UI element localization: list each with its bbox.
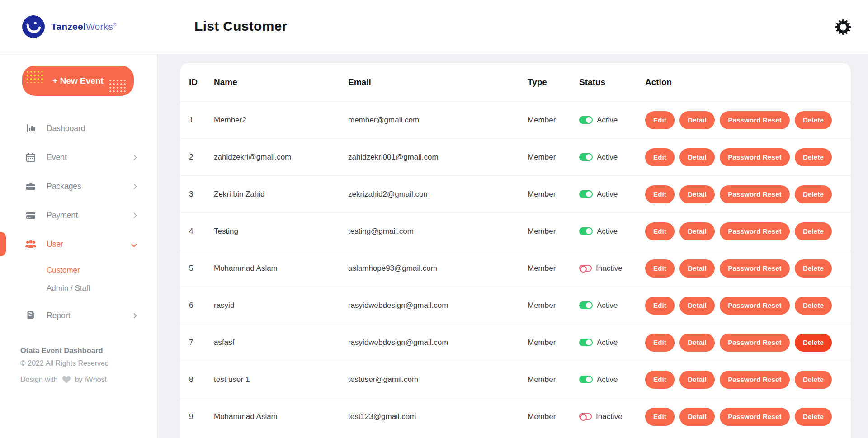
table-row: 8 test user 1 testuser@gamil.com Member … [180,361,851,398]
column-header-id: ID [189,77,214,87]
cell-type: Member [528,412,579,421]
detail-button[interactable]: Detail [679,334,715,352]
cell-status: Active [579,153,645,162]
cell-type: Member [528,301,579,310]
sidebar-item-payment[interactable]: Payment [0,201,157,230]
edit-button[interactable]: Edit [645,185,675,203]
sidebar-item-dashboard[interactable]: Dashboard [0,114,157,143]
sidebar-item-event[interactable]: Event [0,143,157,172]
cell-name: rasyid [214,301,348,310]
toggle-off-icon [579,413,592,420]
delete-button[interactable]: Delete [795,148,832,166]
password-reset-button[interactable]: Password Reset [720,259,790,278]
delete-button[interactable]: Delete [795,185,832,203]
row-actions: EditDetailPassword ResetDelete [645,259,851,278]
cell-email: rasyidwebdesign@gmail.com [348,301,528,310]
status-label: Active [597,227,618,236]
chevron-right-icon [131,313,137,319]
chevron-right-icon [131,184,137,189]
detail-button[interactable]: Detail [679,259,715,278]
cell-id: 2 [189,153,214,162]
detail-button[interactable]: Detail [679,222,715,240]
heart-icon [62,376,71,384]
detail-button[interactable]: Detail [679,371,715,389]
cell-id: 8 [189,375,214,384]
cell-type: Member [528,227,579,236]
password-reset-button[interactable]: Password Reset [720,334,790,352]
cell-id: 3 [189,190,214,199]
credit-card-icon [25,210,37,221]
sidebar-subitem-admin-staff[interactable]: Admin / Staff [0,279,157,297]
cell-email: rasyidwebdesign@gmail.com [348,338,528,347]
delete-button[interactable]: Delete [795,297,832,315]
sidebar-subitem-customer[interactable]: Customer [0,261,157,279]
user-submenu: Customer Admin / Staff [0,261,157,297]
detail-button[interactable]: Detail [679,408,715,426]
cell-status: Active [579,190,645,199]
brand-name-light: Works [86,21,113,32]
brand-name: TanzeelWorks® [51,21,117,32]
sidebar-item-user[interactable]: User [0,230,157,259]
password-reset-button[interactable]: Password Reset [720,185,790,203]
cell-email: member@gmail.com [348,116,528,125]
status-label: Inactive [596,412,623,421]
cell-name: Zekri bin Zahid [214,190,348,199]
status-label: Active [597,116,618,125]
edit-button[interactable]: Edit [645,111,675,129]
table-row: 6 rasyid rasyidwebdesign@gmail.com Membe… [180,287,851,324]
cell-type: Member [528,264,579,273]
status-label: Active [597,153,618,162]
delete-button[interactable]: Delete [795,371,832,389]
toggle-off-icon [579,265,592,272]
password-reset-button[interactable]: Password Reset [720,297,790,315]
cell-id: 5 [189,264,214,273]
delete-button[interactable]: Delete [795,222,832,240]
cell-id: 7 [189,338,214,347]
edit-button[interactable]: Edit [645,408,675,426]
password-reset-button[interactable]: Password Reset [720,148,790,166]
delete-button[interactable]: Delete [795,334,832,352]
chevron-right-icon [131,212,137,218]
delete-button[interactable]: Delete [795,259,832,278]
cell-email: aslamhope93@gmail.com [348,264,528,273]
edit-button[interactable]: Edit [645,259,675,278]
toggle-on-icon [579,339,593,346]
detail-button[interactable]: Detail [679,185,715,203]
cell-type: Member [528,190,579,199]
cell-type: Member [528,153,579,162]
detail-button[interactable]: Detail [679,111,715,129]
edit-button[interactable]: Edit [645,371,675,389]
settings-button[interactable] [835,19,852,36]
cell-name: test user 1 [214,375,348,384]
sidebar-item-label: User [47,240,63,249]
password-reset-button[interactable]: Password Reset [720,408,790,426]
edit-button[interactable]: Edit [645,148,675,166]
cell-type: Member [528,116,579,125]
briefcase-icon [25,181,37,192]
row-actions: EditDetailPassword ResetDelete [645,222,851,240]
password-reset-button[interactable]: Password Reset [720,111,790,129]
password-reset-button[interactable]: Password Reset [720,371,790,389]
footer-credit-suffix: by iWhost [75,376,107,384]
detail-button[interactable]: Detail [679,297,715,315]
sidebar-item-packages[interactable]: Packages [0,172,157,201]
cell-name: Mohammad Aslam [214,412,348,421]
edit-button[interactable]: Edit [645,334,675,352]
footer-credit-prefix: Design with [20,376,58,384]
row-actions: EditDetailPassword ResetDelete [645,408,851,426]
new-event-button[interactable]: + New Event [22,66,134,96]
detail-button[interactable]: Detail [679,148,715,166]
calendar-icon [25,152,37,163]
cell-email: zekrizahid2@gmail.com [348,190,528,199]
sidebar: + New Event Dashboard [0,55,157,438]
cell-type: Member [528,338,579,347]
delete-button[interactable]: Delete [795,408,832,426]
password-reset-button[interactable]: Password Reset [720,222,790,240]
edit-button[interactable]: Edit [645,222,675,240]
sidebar-item-report[interactable]: Report [0,301,157,330]
edit-button[interactable]: Edit [645,297,675,315]
sidebar-menu: Dashboard Event [0,114,157,259]
cell-id: 9 [189,412,214,421]
delete-button[interactable]: Delete [795,111,832,129]
sidebar-menu-bottom: Report [0,301,157,330]
